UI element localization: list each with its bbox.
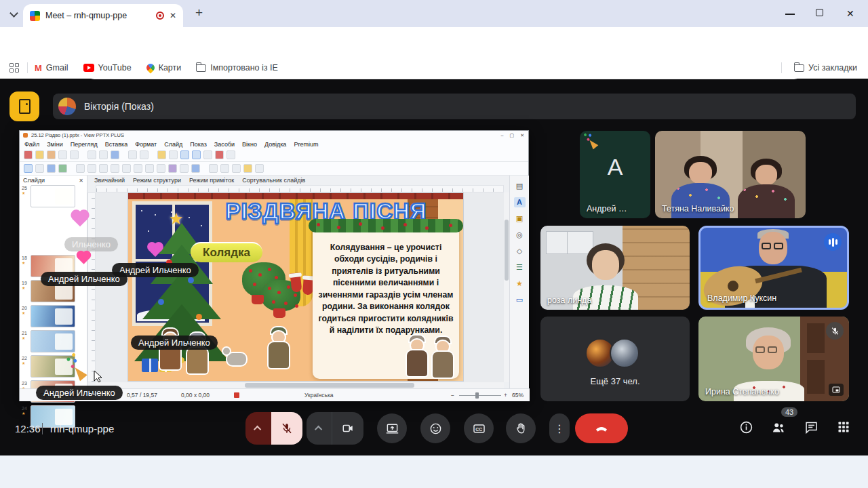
sidebar-character-icon[interactable]: A	[514, 197, 526, 207]
browser-tab[interactable]: Meet – rnh-qmup-ppe ✕	[23, 4, 183, 27]
menu-file[interactable]: Файл	[24, 141, 39, 148]
window-minimize-button[interactable]	[785, 14, 795, 15]
more-options-button[interactable]: ⋮	[549, 413, 570, 443]
toolbar-icon[interactable]	[215, 150, 224, 159]
menu-insert[interactable]: Вставка	[105, 141, 127, 148]
new-tab-button[interactable]: +	[195, 5, 203, 20]
toolbar-icon[interactable]	[76, 164, 85, 173]
zoom-slider-knob[interactable]	[475, 392, 479, 399]
menu-premium[interactable]: Premium	[294, 141, 318, 148]
window-close-button[interactable]: ✕	[846, 8, 854, 19]
camera-button[interactable]	[332, 412, 363, 445]
video-tile-tetyana[interactable]: Тетяна Наливайко	[655, 131, 806, 218]
sidebar-gallery-icon[interactable]: ▣	[514, 214, 526, 224]
menu-view[interactable]: Перегляд	[71, 141, 98, 148]
picture-in-picture-icon[interactable]	[829, 384, 844, 396]
toolbar-icon[interactable]	[169, 150, 178, 159]
present-screen-button[interactable]	[377, 413, 407, 443]
slide-thumbnail[interactable]: 20	[31, 305, 75, 327]
toolbar-icon[interactable]	[180, 164, 189, 173]
bookmark-imported-ie[interactable]: Імпортовано із IE	[196, 63, 278, 73]
tab-outline-view[interactable]: Режим структури	[133, 177, 181, 184]
slide-thumbnail[interactable]: 22	[31, 355, 75, 378]
sidebar-animation-icon[interactable]: ★	[514, 279, 526, 289]
toolbar-icon[interactable]	[203, 150, 212, 159]
toolbar-icon[interactable]	[180, 150, 189, 159]
toolbar-icon[interactable]	[47, 164, 56, 173]
sidebar-navigator-icon[interactable]: ◎	[514, 230, 526, 240]
tab-normal-view[interactable]: Звичайний	[94, 177, 125, 184]
mic-muted-button[interactable]	[271, 412, 302, 445]
screen-share-view[interactable]: 25.12 Різдво (1).pptx - View PPTX PLUS –…	[19, 130, 529, 401]
camera-options-chevron-icon[interactable]	[307, 412, 332, 445]
status-language[interactable]: Українська	[304, 392, 334, 399]
bookmark-youtube[interactable]: YouTube	[83, 63, 132, 73]
toolbar-icon[interactable]	[191, 164, 200, 173]
toolbar-icon[interactable]	[168, 164, 177, 173]
zoom-slider[interactable]	[459, 395, 501, 396]
sidebar-shapes-icon[interactable]: ◇	[514, 246, 526, 256]
panel-close-icon[interactable]: ✕	[79, 178, 83, 184]
toolbar-icon[interactable]	[70, 150, 79, 159]
toolbar-icon[interactable]	[24, 164, 33, 173]
sidebar-properties-icon[interactable]: ▤	[514, 181, 526, 191]
slide-thumbnail[interactable]: 25	[31, 185, 75, 207]
bookmark-gmail[interactable]: MGmail	[35, 63, 68, 73]
toolbar-icon[interactable]	[192, 150, 201, 159]
toolbar-icon[interactable]	[99, 164, 108, 173]
zoom-minus-icon[interactable]: −	[451, 392, 454, 399]
apps-grid-icon[interactable]	[9, 63, 19, 73]
tab-notes-view[interactable]: Режим приміток	[189, 177, 234, 184]
toolbar-icon[interactable]	[220, 164, 229, 173]
video-tile-irina[interactable]: Ирина Степаненко	[698, 317, 849, 401]
menu-tools[interactable]: Засоби	[214, 141, 235, 148]
end-call-button[interactable]	[575, 413, 628, 443]
menu-edit[interactable]: Зміни	[47, 141, 63, 148]
tab-close-icon[interactable]: ✕	[170, 12, 176, 20]
activities-grid-icon[interactable]	[837, 420, 850, 436]
video-tile-roza[interactable]: роза линда	[540, 226, 690, 310]
tab-sorter-view[interactable]: Сортувальник слайдів	[242, 177, 305, 184]
toolbar-icon[interactable]	[87, 150, 96, 159]
video-tile-vladimir[interactable]: Владимир Куксин	[698, 226, 849, 310]
microphone-control[interactable]	[245, 412, 302, 445]
menu-format[interactable]: Формат	[135, 141, 157, 148]
captions-button[interactable]: CC	[464, 413, 494, 443]
toolbar-icon[interactable]	[145, 164, 154, 173]
toolbar-icon[interactable]	[140, 150, 149, 159]
all-bookmarks-button[interactable]: Усі закладки	[781, 62, 857, 73]
toolbar-icon[interactable]	[87, 164, 96, 173]
slide-thumbnail[interactable]: 21	[31, 330, 75, 352]
participants-icon[interactable]	[770, 420, 787, 438]
horizontal-scrollbar[interactable]	[96, 382, 504, 388]
toolbar-icon[interactable]	[128, 150, 137, 159]
status-zoom-level[interactable]: 65%	[512, 392, 524, 399]
chat-icon[interactable]	[804, 420, 818, 437]
toolbar-icon[interactable]	[157, 164, 165, 173]
toolbar-icon[interactable]	[47, 150, 56, 159]
reactions-button[interactable]	[420, 413, 450, 443]
toolbar-icon[interactable]	[255, 164, 264, 173]
sidebar-list-icon[interactable]: ☰	[514, 262, 526, 272]
toolbar-icon[interactable]	[122, 164, 131, 173]
slide-canvas[interactable]: ★ РІЗДВЯНА ПІСНЯ Колядка	[96, 192, 504, 382]
toolbar-icon[interactable]	[24, 150, 33, 159]
toolbar-icon[interactable]	[111, 150, 119, 159]
tab-search-chevron-icon[interactable]	[8, 7, 22, 20]
sidebar-master-icon[interactable]: ▭	[514, 295, 526, 305]
toolbar-icon[interactable]	[157, 150, 166, 159]
menu-slideshow[interactable]: Показ	[190, 141, 207, 148]
video-tile-andrey[interactable]: А Андрей …	[580, 131, 650, 218]
toolbar-icon[interactable]	[99, 150, 108, 159]
menu-help[interactable]: Довідка	[264, 141, 286, 148]
toolbar-icon[interactable]	[226, 150, 235, 159]
toolbar-icon[interactable]	[232, 164, 241, 173]
menu-window[interactable]: Вікно	[242, 141, 257, 148]
toolbar-icon[interactable]	[58, 150, 67, 159]
bookmark-maps[interactable]: Карти	[146, 63, 182, 73]
toolbar-icon[interactable]	[58, 164, 67, 173]
leave-meeting-button[interactable]	[9, 92, 39, 121]
toolbar-icon[interactable]	[134, 164, 142, 173]
raise-hand-button[interactable]	[506, 413, 536, 443]
toolbar-icon[interactable]	[35, 150, 44, 159]
